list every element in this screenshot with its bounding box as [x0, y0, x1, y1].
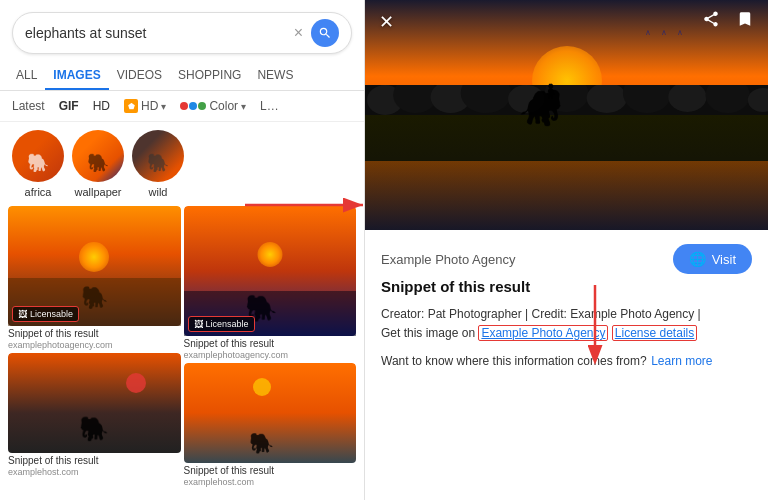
tab-videos[interactable]: VIDEOS	[109, 62, 170, 90]
detail-snippet-title: Snippet of this result	[381, 278, 752, 295]
topic-wild-circle: 🐘	[132, 130, 184, 182]
hero-image: 🐘 🧍 ∧ ∧ ∧ ✕	[365, 0, 768, 230]
africa-elephant-icon: 🐘	[27, 152, 49, 174]
grid-image-4-thumb: 🐘	[184, 363, 357, 463]
image-grid: 🐘 🖼 Licensable Snippet of this result ex…	[0, 206, 364, 500]
color-dot-blue	[189, 102, 197, 110]
grid-image-3[interactable]: 🐘 Snippet of this result examplehost.com	[8, 353, 181, 477]
img1-sun	[79, 242, 109, 272]
header-controls: ✕	[365, 0, 768, 43]
filter-latest-label: Latest	[12, 99, 45, 113]
visit-button[interactable]: 🌐 Visit	[673, 244, 752, 274]
header-right-controls	[702, 10, 754, 33]
get-image-text: Get this image on	[381, 326, 475, 340]
grid-image-2[interactable]: 🐘 🖼 Licensable Snippet of this result ex…	[184, 206, 357, 360]
licensable-badge-1: 🖼 Licensable	[12, 306, 79, 322]
filter-hd-label: HD	[93, 99, 110, 113]
search-icon	[318, 26, 332, 40]
topic-wild[interactable]: 🐘 wild	[132, 130, 184, 198]
agency-link[interactable]: Example Photo Agency	[478, 325, 608, 341]
topic-wild-label: wild	[149, 186, 168, 198]
tab-news[interactable]: NEWS	[249, 62, 301, 90]
img3-elephant: 🐘	[79, 415, 109, 443]
left-panel: × ALL IMAGES VIDEOS SHOPPING NEWS Latest…	[0, 0, 365, 500]
filter-more-label: L…	[260, 99, 279, 113]
bookmark-icon	[736, 10, 754, 28]
water-reflection	[365, 161, 768, 230]
grid-image-4-source: examplehost.com	[184, 477, 357, 487]
learn-more-link[interactable]: Learn more	[651, 354, 712, 368]
topic-wallpaper-circle: 🐘	[72, 130, 124, 182]
color-dot-green	[198, 102, 206, 110]
filter-latest[interactable]: Latest	[8, 97, 49, 115]
agency-row: Example Photo Agency 🌐 Visit	[381, 244, 752, 274]
tab-images[interactable]: IMAGES	[45, 62, 108, 90]
product-dropdown-arrow: ▾	[161, 101, 166, 112]
filter-hd[interactable]: HD	[89, 97, 114, 115]
close-button[interactable]: ✕	[379, 11, 394, 33]
licensable-text-2: Licensable	[206, 319, 249, 329]
creator-info: Creator: Pat Photographer | Credit: Exam…	[381, 307, 701, 321]
globe-icon: 🌐	[689, 251, 706, 267]
topic-wallpaper[interactable]: 🐘 wallpaper	[72, 130, 124, 198]
image-col-2: 🐘 🖼 Licensable Snippet of this result ex…	[184, 206, 357, 500]
topic-africa-label: africa	[25, 186, 52, 198]
grid-image-1-snippet: Snippet of this result	[8, 328, 181, 340]
topics-row: 🐘 africa 🐘 wallpaper 🐘 wild	[0, 122, 364, 206]
filter-more[interactable]: L…	[256, 97, 283, 115]
visit-label: Visit	[712, 252, 736, 267]
filter-product[interactable]: ⬟ HD ▾	[120, 97, 170, 115]
search-input[interactable]	[25, 25, 294, 41]
grid-image-4[interactable]: 🐘 Snippet of this result examplehost.com	[184, 363, 357, 487]
right-panel: 🐘 🧍 ∧ ∧ ∧ ✕	[365, 0, 768, 500]
wild-elephant-icon: 🐘	[147, 152, 169, 174]
licensable-badge-2: 🖼 Licensable	[188, 316, 255, 332]
color-circles	[180, 102, 206, 110]
topic-africa-circle: 🐘	[12, 130, 64, 182]
product-icon: ⬟	[124, 99, 138, 113]
learn-more-prefix: Want to know where this information come…	[381, 354, 647, 368]
grid-image-4-snippet: Snippet of this result	[184, 465, 357, 477]
licensable-text-1: Licensable	[30, 309, 73, 319]
right-info: Example Photo Agency 🌐 Visit Snippet of …	[365, 230, 768, 500]
tab-all[interactable]: ALL	[8, 62, 45, 90]
grid-image-2-snippet: Snippet of this result	[184, 338, 357, 350]
licensable-icon-2: 🖼	[194, 319, 203, 329]
tab-shopping[interactable]: SHOPPING	[170, 62, 249, 90]
share-button[interactable]	[702, 10, 720, 33]
filter-gif[interactable]: GIF	[55, 97, 83, 115]
bookmark-button[interactable]	[736, 10, 754, 33]
grid-image-3-thumb: 🐘	[8, 353, 181, 453]
grid-image-2-source: examplephotoagency.com	[184, 350, 357, 360]
share-icon	[702, 10, 720, 28]
agency-name: Example Photo Agency	[381, 252, 515, 267]
creator-text: Creator: Pat Photographer | Credit: Exam…	[381, 305, 752, 343]
topic-wallpaper-label: wallpaper	[74, 186, 121, 198]
filter-bar: Latest GIF HD ⬟ HD ▾ Color ▾ L…	[0, 91, 364, 122]
hero-rider: 🧍	[542, 83, 559, 99]
color-dot-red	[180, 102, 188, 110]
grid-image-1[interactable]: 🐘 🖼 Licensable Snippet of this result ex…	[8, 206, 181, 350]
filter-color[interactable]: Color ▾	[176, 97, 250, 115]
topic-africa[interactable]: 🐘 africa	[12, 130, 64, 198]
search-bar: ×	[12, 12, 352, 54]
filter-color-label: Color	[209, 99, 238, 113]
search-button[interactable]	[311, 19, 339, 47]
license-details-link[interactable]: License details	[612, 325, 697, 341]
wallpaper-elephant-icon: 🐘	[87, 152, 109, 174]
grid-image-3-source: examplehost.com	[8, 467, 181, 477]
filter-product-label: HD	[141, 99, 158, 113]
img4-sun	[253, 378, 271, 396]
grid-image-1-source: examplephotoagency.com	[8, 340, 181, 350]
img2-sun	[257, 242, 282, 267]
grid-image-3-snippet: Snippet of this result	[8, 455, 181, 467]
clear-button[interactable]: ×	[294, 24, 303, 42]
image-col-1: 🐘 🖼 Licensable Snippet of this result ex…	[8, 206, 181, 500]
tabs-bar: ALL IMAGES VIDEOS SHOPPING NEWS	[0, 62, 364, 91]
learn-more-row: Want to know where this information come…	[381, 351, 752, 371]
licensable-icon-1: 🖼	[18, 309, 27, 319]
filter-gif-label: GIF	[59, 99, 79, 113]
color-dropdown-arrow: ▾	[241, 101, 246, 112]
img4-elephant: 🐘	[249, 431, 274, 455]
img3-sun	[126, 373, 146, 393]
